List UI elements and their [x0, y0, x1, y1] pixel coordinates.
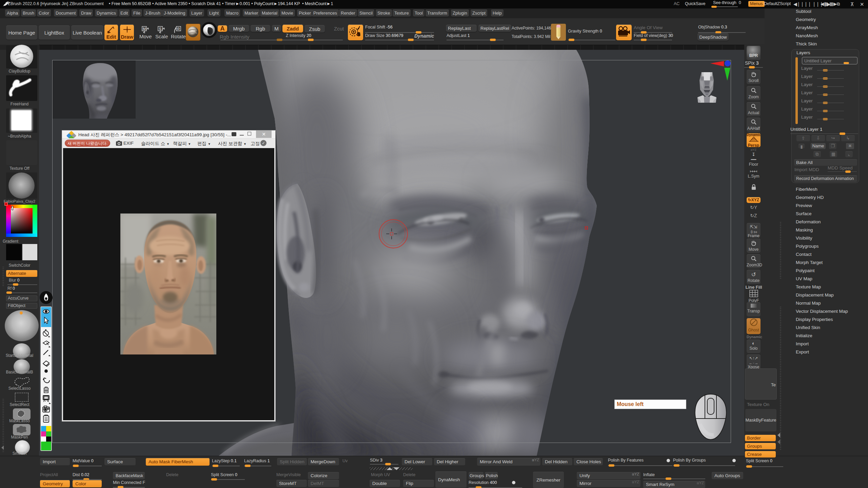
svg-text:S: S: [159, 27, 161, 31]
svg-text:M: M: [143, 27, 146, 31]
svg-text:S: S: [357, 32, 360, 37]
svg-text:R: R: [177, 27, 180, 31]
